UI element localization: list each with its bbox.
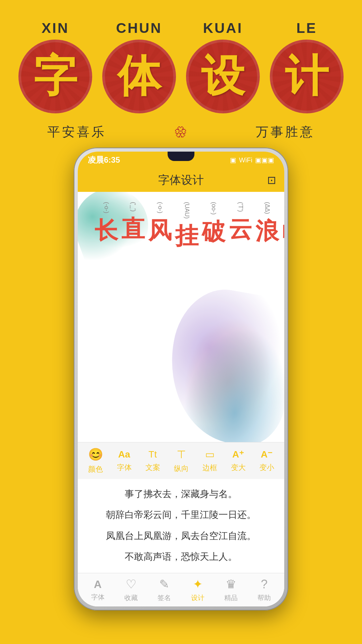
char-7: 帆 — [282, 217, 284, 249]
nav-help[interactable]: ? 帮助 — [257, 577, 271, 602]
signal-icon: WiFi — [239, 156, 252, 164]
toolbar-font[interactable]: Aa 字体 — [117, 449, 132, 473]
poem-col-7: ('△') 帆 — [282, 202, 284, 252]
toolbar-color[interactable]: 😊 颜色 — [88, 447, 103, 474]
lotus-icon: 🏵 — [174, 124, 188, 140]
nav-premium-icon: ♛ — [226, 577, 236, 591]
border-icon: ▭ — [205, 448, 215, 460]
copy-label: 文案 — [145, 463, 160, 473]
poem-line-2: 凤凰台上凤凰游，凤去台空江自流。 — [88, 528, 274, 544]
pinyin-kuai: KUAI 设 — [181, 20, 265, 113]
nav-premium[interactable]: ♛ 精品 — [224, 577, 238, 602]
pinyin-le: LE 计 — [265, 20, 349, 113]
circle-ti: 体 — [102, 40, 176, 113]
nav-sign-label: 签名 — [158, 593, 171, 602]
blessing-left: 平安喜乐 — [47, 123, 106, 141]
content-image: (-o-) 长 ('_') 直 (-o-) 风 — [78, 192, 284, 442]
pinyin-xin: XIN 字 — [13, 20, 97, 113]
status-time: 凌晨6:35 — [88, 155, 120, 165]
nav-premium-label: 精品 — [224, 593, 238, 602]
toolbar-copy[interactable]: Tt 文案 — [145, 449, 160, 473]
char-5: 云 — [229, 214, 252, 245]
toolbar-bigger[interactable]: A⁺ 变大 — [231, 449, 246, 473]
color-icon: 😊 — [88, 447, 103, 462]
annot-3: (UAU) — [183, 202, 190, 219]
nav-design-label: 设计 — [191, 593, 204, 602]
poem-container[interactable]: (-o-) 长 ('_') 直 (-o-) 风 — [95, 202, 284, 252]
nav-collect-icon: ♡ — [126, 577, 136, 591]
blessing-right: 万事胜意 — [256, 123, 315, 141]
pinyin-chun-text: CHUN — [97, 20, 181, 36]
phone-screen: 凌晨6:35 ▣ WiFi ▣▣▣ 字体设计 ⊡ — [78, 152, 284, 606]
poem-line-3: 不敢高声语，恐惊天上人。 — [88, 548, 274, 565]
char-she: 设 — [201, 47, 245, 106]
notch — [168, 152, 194, 161]
vertical-label: 纵向 — [174, 464, 189, 474]
char-ji: 计 — [285, 47, 328, 106]
color-label: 颜色 — [88, 464, 103, 474]
content-area: (-o-) 长 ('_') 直 (-o-) 风 — [78, 192, 284, 442]
toolbar-border[interactable]: ▭ 边框 — [202, 448, 217, 473]
annot-1: ('_') — [129, 202, 137, 212]
font-icon: Aa — [118, 449, 130, 460]
app-header: 字体设计 ⊡ — [78, 168, 284, 192]
nav-collect[interactable]: ♡ 收藏 — [124, 577, 138, 602]
nav-design[interactable]: ✦ 设计 — [191, 577, 204, 602]
char-2: 风 — [148, 215, 172, 247]
annot-5: ('T') — [237, 202, 244, 212]
copy-icon: Tt — [148, 449, 157, 460]
smaller-label: 变小 — [259, 463, 274, 473]
toolbar: 😊 颜色 Aa 字体 Tt 文案 ⊤ 纵向 — [78, 442, 284, 479]
swirl-bottom-right — [158, 282, 284, 442]
nav-font[interactable]: A 字体 — [91, 578, 105, 602]
nav-help-icon: ? — [261, 577, 267, 591]
toolbar-vertical[interactable]: ⊤ 纵向 — [174, 448, 189, 474]
poem-col-5: ('T') 云 — [229, 202, 252, 252]
toolbar-smaller[interactable]: A⁻ 变小 — [259, 449, 274, 473]
nav-font-icon: A — [94, 578, 102, 591]
edit-icon[interactable]: ⊡ — [267, 174, 276, 186]
battery-icon: ▣▣▣ — [255, 156, 274, 164]
annot-0: (-o-) — [103, 202, 110, 213]
app-title: 字体设计 — [158, 172, 204, 188]
nav-sign[interactable]: ✎ 签名 — [158, 577, 171, 602]
poem-col-0: (-o-) 长 — [95, 202, 118, 252]
pinyin-chun: CHUN 体 — [97, 20, 181, 113]
wifi-icon: ▣ — [230, 156, 236, 164]
vertical-icon: ⊤ — [177, 448, 186, 461]
poem-col-6: (ΔΔ) 浪 — [255, 202, 279, 252]
nav-collect-label: 收藏 — [124, 593, 138, 602]
top-banner: XIN 字 CHUN 体 KUAI 设 LE 计 平安喜乐 🏵 万事胜意 — [0, 0, 362, 151]
status-icons: ▣ WiFi ▣▣▣ — [230, 156, 274, 164]
bigger-label: 变大 — [231, 463, 246, 473]
bigger-icon: A⁺ — [232, 449, 244, 460]
pinyin-xin-text: XIN — [13, 20, 97, 36]
poem-col-1: ('_') 直 — [121, 202, 145, 252]
pinyin-kuai-text: KUAI — [181, 20, 265, 36]
circle-she: 设 — [186, 40, 260, 113]
pinyin-row: XIN 字 CHUN 体 KUAI 设 LE 计 — [13, 20, 349, 113]
border-label: 边框 — [202, 463, 217, 473]
nav-design-icon: ✦ — [193, 577, 203, 591]
status-bar: 凌晨6:35 ▣ WiFi ▣▣▣ — [78, 152, 284, 168]
smaller-icon: A⁻ — [261, 449, 273, 460]
poem-col-4: (oo-) 破 — [202, 202, 225, 252]
poem-line-0: 事了拂衣去，深藏身与名。 — [88, 486, 274, 502]
phone-inner: 凌晨6:35 ▣ WiFi ▣▣▣ 字体设计 ⊡ — [78, 152, 284, 606]
blessing-row: 平安喜乐 🏵 万事胜意 — [13, 123, 349, 141]
poem-line-1: 朝辞白帝彩云间，千里江陵一日还。 — [88, 506, 274, 523]
phone-mockup: 凌晨6:35 ▣ WiFi ▣▣▣ 字体设计 ⊡ — [74, 148, 288, 610]
char-1: 直 — [121, 213, 145, 245]
nav-sign-icon: ✎ — [159, 577, 169, 591]
poem-col-3: (UAU) 挂 — [175, 202, 198, 252]
char-3: 挂 — [175, 220, 198, 252]
phone-outer: 凌晨6:35 ▣ WiFi ▣▣▣ 字体设计 ⊡ — [74, 148, 288, 610]
char-4: 破 — [202, 216, 225, 248]
char-6: 浪 — [255, 216, 279, 247]
poem-col-2: (-o-) 风 — [148, 202, 172, 252]
font-label: 字体 — [117, 463, 132, 473]
pinyin-le-text: LE — [265, 20, 349, 36]
char-0: 长 — [95, 215, 118, 247]
char-ti: 体 — [117, 47, 161, 106]
circle-ji: 计 — [270, 40, 344, 113]
